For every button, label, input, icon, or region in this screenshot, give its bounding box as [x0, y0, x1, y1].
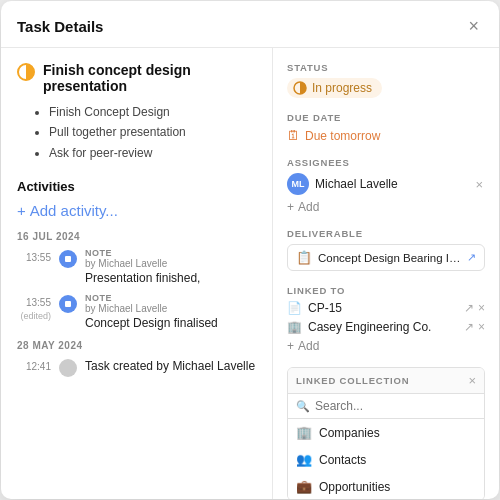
- activity-type-1: NOTE: [85, 248, 256, 258]
- linked-remove-1[interactable]: ×: [478, 320, 485, 334]
- task-bullets: Finish Concept Design Pull together pres…: [17, 102, 256, 163]
- due-date-section: DUE DATE 🗓 Due tomorrow: [287, 112, 485, 143]
- linked-actions-0: ↗ ×: [464, 301, 485, 315]
- assignees-label: ASSIGNEES: [287, 157, 485, 168]
- activity-time-2: 13:55 (edited): [17, 293, 51, 323]
- due-date-text: Due tomorrow: [305, 129, 380, 143]
- date-group-jul: 16 JUL 2024: [17, 231, 256, 242]
- add-activity-icon: +: [17, 202, 26, 219]
- svg-rect-1: [65, 256, 71, 262]
- deliverable-ext-link-icon[interactable]: ↗: [467, 251, 476, 264]
- add-linked-button[interactable]: + Add: [287, 339, 319, 353]
- collection-header: LINKED COLLECTION ×: [288, 368, 484, 394]
- deliverable-text: Concept Design Bearing In...: [318, 252, 461, 264]
- activity-item-1: 13:55 NOTE by Michael Lavelle Presentati…: [17, 248, 256, 285]
- task-details-modal: Task Details × Finish concept design pre…: [1, 1, 499, 499]
- collection-item-companies[interactable]: 🏢 Companies: [288, 419, 484, 446]
- linked-to-section: LINKED TO 📄 CP-15 ↗ × 🏢 Casey Engineerin…: [287, 285, 485, 353]
- linked-name-0: CP-15: [308, 301, 458, 315]
- avatar-0: ML: [287, 173, 309, 195]
- assignee-name-0: Michael Lavelle: [315, 177, 467, 191]
- activity-dot-2: [59, 295, 77, 313]
- modal-header: Task Details ×: [1, 1, 499, 48]
- due-date-label: DUE DATE: [287, 112, 485, 123]
- activity-time-3: 12:41: [17, 357, 51, 373]
- activity-content-3: Task created by Michael Lavelle: [85, 357, 256, 373]
- activity-text-1: Presentation finished,: [85, 271, 256, 285]
- linked-name-1: Casey Engineering Co.: [308, 320, 458, 334]
- activity-time-1: 13:55: [17, 248, 51, 264]
- add-linked-label: Add: [298, 339, 319, 353]
- edited-tag: (edited): [20, 311, 51, 321]
- svg-rect-2: [65, 301, 71, 307]
- due-date-value: 🗓 Due tomorrow: [287, 128, 380, 143]
- add-assignee-label: Add: [298, 200, 319, 214]
- add-linked-icon: +: [287, 339, 294, 353]
- modal-body: Finish concept design presentation Finis…: [1, 48, 499, 499]
- activity-content-2: NOTE by Michael Lavelle Concept Design f…: [85, 293, 256, 330]
- collection-item-opportunities[interactable]: 💼 Opportunities: [288, 473, 484, 499]
- activity-text-3: Task created by Michael Lavelle: [85, 359, 256, 373]
- task-status-icon: [17, 63, 35, 81]
- status-label: STATUS: [287, 62, 485, 73]
- collection-close-button[interactable]: ×: [468, 373, 476, 388]
- linked-icon-0: 📄: [287, 301, 302, 315]
- deliverable-section: DELIVERABLE 📋 Concept Design Bearing In.…: [287, 228, 485, 271]
- activity-by-2: by Michael Lavelle: [85, 303, 256, 314]
- bullet-3: Ask for peer-review: [49, 143, 256, 163]
- activities-header: Activities: [17, 179, 256, 194]
- left-panel: Finish concept design presentation Finis…: [1, 48, 273, 499]
- task-title-text: Finish concept design presentation: [43, 62, 256, 94]
- calendar-icon: 🗓: [287, 128, 300, 143]
- assignees-section: ASSIGNEES ML Michael Lavelle × + Add: [287, 157, 485, 214]
- activity-content-1: NOTE by Michael Lavelle Presentation fin…: [85, 248, 256, 285]
- bullet-2: Pull together presentation: [49, 122, 256, 142]
- linked-remove-0[interactable]: ×: [478, 301, 485, 315]
- add-assignee-button[interactable]: + Add: [287, 200, 319, 214]
- task-title-row: Finish concept design presentation: [17, 62, 256, 94]
- status-value: In progress: [312, 81, 372, 95]
- linked-item-0: 📄 CP-15 ↗ ×: [287, 301, 485, 315]
- activity-item-2: 13:55 (edited) NOTE by Michael Lavelle C…: [17, 293, 256, 330]
- linked-ext-0[interactable]: ↗: [464, 301, 474, 315]
- activity-dot-3: [59, 359, 77, 377]
- linked-to-label: LINKED TO: [287, 285, 485, 296]
- companies-label: Companies: [319, 426, 380, 440]
- contacts-label: Contacts: [319, 453, 366, 467]
- opportunities-label: Opportunities: [319, 480, 390, 494]
- activity-by-1: by Michael Lavelle: [85, 258, 256, 269]
- remove-assignee-button[interactable]: ×: [473, 177, 485, 192]
- collection-item-contacts[interactable]: 👥 Contacts: [288, 446, 484, 473]
- close-button[interactable]: ×: [464, 15, 483, 37]
- date-group-may: 28 MAY 2024: [17, 340, 256, 351]
- assignee-row-0: ML Michael Lavelle ×: [287, 173, 485, 195]
- add-icon: +: [287, 200, 294, 214]
- status-badge: In progress: [287, 78, 382, 98]
- status-half-icon: [293, 81, 307, 95]
- add-activity-button[interactable]: + Add activity...: [17, 202, 118, 219]
- linked-collection-box: LINKED COLLECTION × 🔍 🏢 Companies 👥 Cont…: [287, 367, 485, 499]
- linked-ext-1[interactable]: ↗: [464, 320, 474, 334]
- modal-title: Task Details: [17, 18, 103, 35]
- activity-dot-1: [59, 250, 77, 268]
- contacts-icon: 👥: [296, 452, 312, 467]
- linked-icon-1: 🏢: [287, 320, 302, 334]
- search-icon: 🔍: [296, 400, 310, 413]
- right-panel: STATUS In progress DUE DATE 🗓 Due tomorr…: [273, 48, 499, 499]
- linked-item-1: 🏢 Casey Engineering Co. ↗ ×: [287, 320, 485, 334]
- activity-type-2: NOTE: [85, 293, 256, 303]
- deliverable-label: DELIVERABLE: [287, 228, 485, 239]
- deliverable-icon: 📋: [296, 250, 312, 265]
- search-row: 🔍: [288, 394, 484, 419]
- bullet-1: Finish Concept Design: [49, 102, 256, 122]
- companies-icon: 🏢: [296, 425, 312, 440]
- collection-search-input[interactable]: [315, 399, 476, 413]
- linked-actions-1: ↗ ×: [464, 320, 485, 334]
- activity-text-2: Concept Design finalised: [85, 316, 256, 330]
- activity-item-3: 12:41 Task created by Michael Lavelle: [17, 357, 256, 377]
- activities-section: Activities + Add activity... 16 JUL 2024…: [17, 179, 256, 377]
- status-section: STATUS In progress: [287, 62, 485, 98]
- opportunities-icon: 💼: [296, 479, 312, 494]
- add-activity-label: Add activity...: [30, 202, 118, 219]
- deliverable-row: 📋 Concept Design Bearing In... ↗: [287, 244, 485, 271]
